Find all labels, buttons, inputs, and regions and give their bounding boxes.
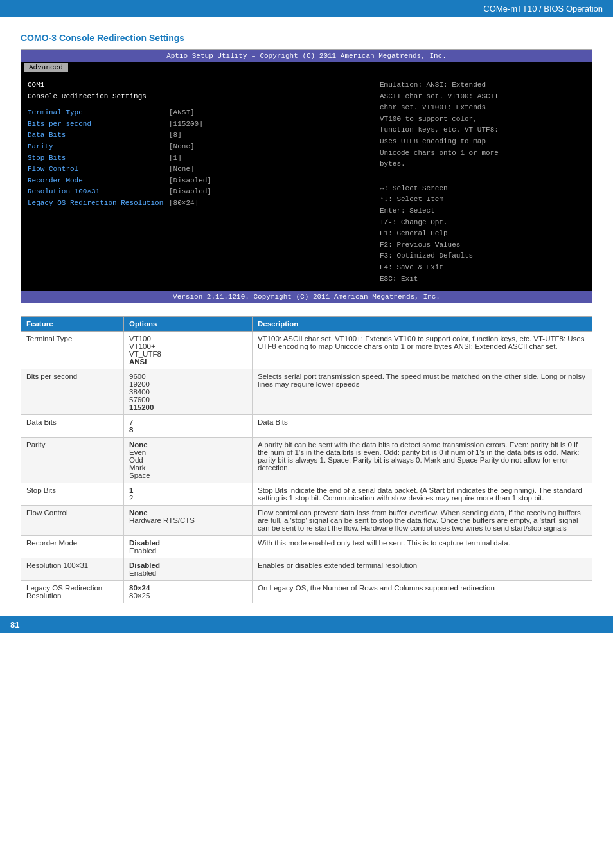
bios-item-recorder-mode: Recorder Mode [Disabled]: [28, 175, 373, 187]
bios-value-bps: [115200]: [169, 119, 203, 130]
bios-value-legacy-resolution: [80×24]: [169, 198, 199, 209]
bios-value-resolution: [Disabled]: [169, 186, 211, 198]
bios-body: COM1 Console Redirection Settings Termin…: [21, 73, 592, 291]
col-header-feature: Feature: [21, 317, 124, 332]
bios-item-stop-bits: Stop Bits [1]: [28, 153, 373, 164]
bios-label-legacy-resolution: Legacy OS Redirection Resolution: [28, 198, 169, 209]
option-item: VT100+: [129, 342, 247, 350]
bios-value-recorder-mode: [Disabled]: [169, 175, 211, 187]
option-item: Enabled: [129, 569, 247, 577]
feature-options-cell: DisabledEnabled: [124, 558, 253, 581]
option-item: Mark: [129, 464, 247, 472]
table-row: Bits per second9600192003840057600115200…: [21, 369, 592, 415]
feature-name-cell: Parity: [21, 438, 124, 483]
option-item: 115200: [129, 403, 247, 411]
table-row: Stop Bits12Stop Bits indicate the end of…: [21, 483, 592, 506]
feature-name-cell: Data Bits: [21, 415, 124, 438]
feature-name-cell: Flow Control: [21, 506, 124, 536]
bios-com-title: COM1 Console Redirection Settings: [28, 80, 373, 102]
feature-options-cell: NoneEvenOddMarkSpace: [124, 438, 253, 483]
bios-value-stop-bits: [1]: [169, 153, 182, 164]
bios-label-stop-bits: Stop Bits: [28, 153, 169, 164]
bios-label-terminal-type: Terminal Type: [28, 107, 169, 119]
bios-label-recorder-mode: Recorder Mode: [28, 175, 169, 187]
option-item: 2: [129, 494, 247, 502]
bios-tab-row: Advanced: [21, 62, 592, 73]
feature-name-cell: Resolution 100×31: [21, 558, 124, 581]
feature-name-cell: Bits per second: [21, 369, 124, 415]
option-item: 7: [129, 418, 247, 426]
bios-right-panel: Emulation: ANSI: Extended ASCII char set…: [380, 80, 585, 285]
bios-help-text: Emulation: ANSI: Extended ASCII char set…: [380, 80, 585, 170]
bios-item-flow-control: Flow Control [None]: [28, 164, 373, 175]
feature-options-cell: DisabledEnabled: [124, 536, 253, 558]
option-item: 38400: [129, 388, 247, 396]
table-row: Recorder ModeDisabledEnabledWith this mo…: [21, 536, 592, 558]
bios-value-data-bits: [8]: [169, 130, 182, 141]
table-row: Data Bits78Data Bits: [21, 415, 592, 438]
table-row: Legacy OS Redirection Resolution80×2480×…: [21, 581, 592, 603]
bios-value-terminal-type: [ANSI]: [169, 107, 195, 119]
feature-description-cell: Data Bits: [253, 415, 592, 438]
bios-label-flow-control: Flow Control: [28, 164, 169, 175]
feature-description-cell: VT100: ASCII char set. VT100+: Extends V…: [253, 332, 592, 369]
option-item: Hardware RTS/CTS: [129, 517, 247, 524]
bios-screenshot: Aptio Setup Utility – Copyright (C) 2011…: [21, 49, 592, 303]
page-header: COMe-mTT10 / BIOS Operation: [0, 0, 613, 17]
option-item: Disabled: [129, 562, 247, 569]
bios-settings-list: Terminal Type [ANSI] Bits per second [11…: [28, 107, 373, 209]
bios-item-bps: Bits per second [115200]: [28, 119, 373, 130]
bios-label-data-bits: Data Bits: [28, 130, 169, 141]
feature-name-cell: Terminal Type: [21, 332, 124, 369]
option-item: 1: [129, 486, 247, 494]
table-row: Resolution 100×31DisabledEnabledEnables …: [21, 558, 592, 581]
option-item: None: [129, 509, 247, 517]
feature-options-cell: 9600192003840057600115200: [124, 369, 253, 415]
feature-name-cell: Stop Bits: [21, 483, 124, 506]
feature-options-cell: 78: [124, 415, 253, 438]
option-item: Enabled: [129, 547, 247, 554]
feature-description-cell: With this mode enabled only text will be…: [253, 536, 592, 558]
feature-table: Feature Options Description Terminal Typ…: [21, 316, 592, 603]
feature-description-cell: On Legacy OS, the Number of Rows and Col…: [253, 581, 592, 603]
option-item: 80×25: [129, 592, 247, 599]
bios-left-panel: COM1 Console Redirection Settings Termin…: [28, 80, 380, 285]
feature-description-cell: A parity bit can be sent with the data b…: [253, 438, 592, 483]
page-number: 81: [10, 620, 19, 630]
col-header-options: Options: [124, 317, 253, 332]
option-item: 57600: [129, 396, 247, 403]
bios-key-help: ↔: Select Screen ↑↓: Select Item Enter: …: [380, 183, 585, 285]
option-item: 19200: [129, 380, 247, 388]
bios-item-data-bits: Data Bits [8]: [28, 130, 373, 141]
feature-description-cell: Stop Bits indicate the end of a serial d…: [253, 483, 592, 506]
table-header-row: Feature Options Description: [21, 317, 592, 332]
bios-tab-advanced: Advanced: [24, 63, 68, 72]
feature-options-cell: VT100VT100+VT_UTF8ANSI: [124, 332, 253, 369]
feature-options-cell: 12: [124, 483, 253, 506]
main-content: COMO-3 Console Redirection Settings Apti…: [0, 17, 613, 603]
bios-com-line2: Console Redirection Settings: [28, 91, 373, 103]
table-row: Terminal TypeVT100VT100+VT_UTF8ANSIVT100…: [21, 332, 592, 369]
bios-label-bps: Bits per second: [28, 119, 169, 130]
feature-options-cell: NoneHardware RTS/CTS: [124, 506, 253, 536]
feature-description-cell: Flow control can prevent data loss from …: [253, 506, 592, 536]
bios-item-terminal-type: Terminal Type [ANSI]: [28, 107, 373, 119]
option-item: 8: [129, 426, 247, 434]
option-item: Disabled: [129, 539, 247, 547]
bios-value-parity: [None]: [169, 141, 195, 153]
option-item: Odd: [129, 456, 247, 464]
bios-value-flow-control: [None]: [169, 164, 195, 175]
table-row: ParityNoneEvenOddMarkSpaceA parity bit c…: [21, 438, 592, 483]
feature-name-cell: Legacy OS Redirection Resolution: [21, 581, 124, 603]
option-item: VT_UTF8: [129, 350, 247, 358]
bios-footer: Version 2.11.1210. Copyright (C) 2011 Am…: [21, 291, 592, 303]
header-title: COMe-mTT10 / BIOS Operation: [483, 4, 603, 13]
bios-item-resolution: Resolution 100×31 [Disabled]: [28, 186, 373, 198]
bios-com-line1: COM1: [28, 80, 373, 91]
feature-description-cell: Enables or disables extended terminal re…: [253, 558, 592, 581]
bottom-bar: 81: [0, 616, 613, 633]
option-item: 80×24: [129, 584, 247, 592]
bios-label-parity: Parity: [28, 141, 169, 153]
option-item: 9600: [129, 373, 247, 380]
feature-description-cell: Selects serial port transmission speed. …: [253, 369, 592, 415]
